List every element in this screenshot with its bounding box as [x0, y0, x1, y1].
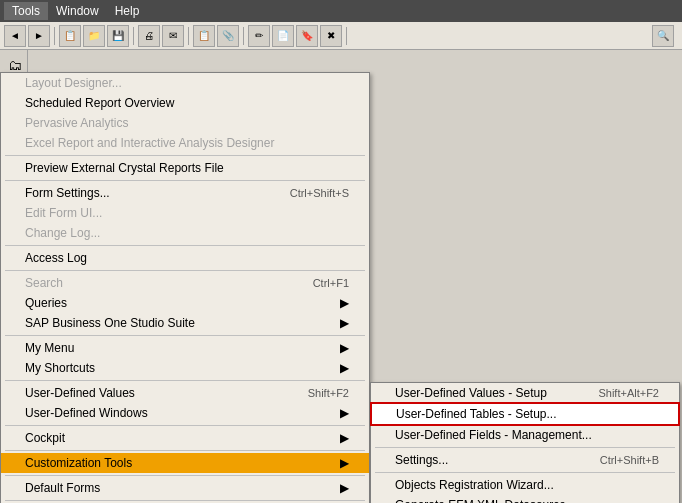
menu-item-pervasive[interactable]: Pervasive Analytics: [1, 113, 369, 133]
menu-item-label: Form Settings...: [25, 186, 110, 200]
menu-item-objects-wizard[interactable]: Objects Registration Wizard...: [371, 475, 679, 495]
menu-item-shortcut: Ctrl+Shift+B: [600, 454, 659, 466]
menu-item-udv-setup[interactable]: User-Defined Values - Setup Shift+Alt+F2: [371, 383, 679, 403]
menu-item-udw[interactable]: User-Defined Windows ▶: [1, 403, 369, 423]
toolbar-sep-3: [188, 27, 189, 45]
menu-item-edit-form-ui[interactable]: Edit Form UI...: [1, 203, 369, 223]
toolbar-btn-new[interactable]: 📋: [59, 25, 81, 47]
menu-item-search[interactable]: Search Ctrl+F1: [1, 273, 369, 293]
toolbar-btn-save[interactable]: 💾: [107, 25, 129, 47]
menu-item-label: Pervasive Analytics: [25, 116, 128, 130]
submenu-arrow: ▶: [340, 431, 349, 445]
submenu-arrow: ▶: [340, 316, 349, 330]
cust-sep-2: [375, 472, 675, 473]
submenu-arrow: ▶: [340, 456, 349, 470]
menu-tools[interactable]: Tools: [4, 2, 48, 20]
menu-item-shortcut: Shift+F2: [308, 387, 349, 399]
menu-item-label: Scheduled Report Overview: [25, 96, 174, 110]
menu-item-label: User-Defined Windows: [25, 406, 148, 420]
menu-item-label: Queries: [25, 296, 67, 310]
menu-item-label: My Menu: [25, 341, 74, 355]
menu-item-shortcut: Ctrl+F1: [313, 277, 349, 289]
menu-item-udt-setup[interactable]: User-Defined Tables - Setup...: [371, 403, 679, 425]
menu-help[interactable]: Help: [107, 2, 148, 20]
toolbar-btn-2[interactable]: ►: [28, 25, 50, 47]
menu-item-label: Change Log...: [25, 226, 100, 240]
submenu-arrow: ▶: [340, 296, 349, 310]
menu-sep-8: [5, 450, 365, 451]
menu-sep-2: [5, 180, 365, 181]
menu-sep-5: [5, 335, 365, 336]
toolbar-right: 🔍: [652, 25, 678, 47]
menu-sep-10: [5, 500, 365, 501]
menu-item-label: Objects Registration Wizard...: [395, 478, 554, 492]
menu-item-label: Settings...: [395, 453, 448, 467]
menu-item-scheduled-report[interactable]: Scheduled Report Overview: [1, 93, 369, 113]
submenu-arrow: ▶: [340, 481, 349, 495]
menu-item-shortcut: Ctrl+Shift+S: [290, 187, 349, 199]
menu-sep-9: [5, 475, 365, 476]
menu-item-udf-management[interactable]: User-Defined Fields - Management...: [371, 425, 679, 445]
menu-item-efm-xml[interactable]: Generate EFM XML Datasource: [371, 495, 679, 503]
cust-sep-1: [375, 447, 675, 448]
menu-sep-4: [5, 270, 365, 271]
tools-menu[interactable]: Layout Designer... Scheduled Report Over…: [0, 72, 370, 503]
menu-item-label: Edit Form UI...: [25, 206, 102, 220]
toolbar-btn-edit[interactable]: ✏: [248, 25, 270, 47]
menu-item-label: User-Defined Fields - Management...: [395, 428, 592, 442]
toolbar-sep-4: [243, 27, 244, 45]
dropdown-overlay: Layout Designer... Scheduled Report Over…: [0, 50, 682, 503]
toolbar-btn-1[interactable]: ◄: [4, 25, 26, 47]
menu-sep-3: [5, 245, 365, 246]
menu-item-label: Search: [25, 276, 63, 290]
menu-item-customization-tools[interactable]: Customization Tools ▶: [1, 453, 369, 473]
submenu-arrow: ▶: [340, 361, 349, 375]
menu-item-label: Excel Report and Interactive Analysis De…: [25, 136, 274, 150]
menu-sep-7: [5, 425, 365, 426]
menu-item-label: My Shortcuts: [25, 361, 95, 375]
menu-item-form-settings[interactable]: Form Settings... Ctrl+Shift+S: [1, 183, 369, 203]
menu-item-label: Cockpit: [25, 431, 65, 445]
menu-item-cockpit[interactable]: Cockpit ▶: [1, 428, 369, 448]
menu-item-layout-designer[interactable]: Layout Designer...: [1, 73, 369, 93]
menu-sep-6: [5, 380, 365, 381]
menu-item-access-log[interactable]: Access Log: [1, 248, 369, 268]
toolbar-btn-search[interactable]: 🔍: [652, 25, 674, 47]
toolbar-btn-copy[interactable]: 📋: [193, 25, 215, 47]
customization-submenu[interactable]: User-Defined Values - Setup Shift+Alt+F2…: [370, 382, 680, 503]
menu-item-label: User-Defined Tables - Setup...: [396, 407, 557, 421]
menu-item-excel-report[interactable]: Excel Report and Interactive Analysis De…: [1, 133, 369, 153]
submenu-arrow: ▶: [340, 341, 349, 355]
toolbar-btn-paste[interactable]: 📎: [217, 25, 239, 47]
menu-window[interactable]: Window: [48, 2, 107, 20]
toolbar-btn-print[interactable]: 🖨: [138, 25, 160, 47]
menu-item-label: Default Forms: [25, 481, 100, 495]
menu-item-udv[interactable]: User-Defined Values Shift+F2: [1, 383, 369, 403]
main-area: STEM www.sterling-team.com 🗂 📊 📁 Shortcu…: [0, 50, 682, 503]
toolbar-btn-doc[interactable]: 📄: [272, 25, 294, 47]
menu-item-change-log[interactable]: Change Log...: [1, 223, 369, 243]
toolbar-btn-cancel[interactable]: ✖: [320, 25, 342, 47]
toolbar-btn-bookmark[interactable]: 🔖: [296, 25, 318, 47]
menu-item-settings[interactable]: Settings... Ctrl+Shift+B: [371, 450, 679, 470]
menu-item-preview-crystal[interactable]: Preview External Crystal Reports File: [1, 158, 369, 178]
toolbar-sep-2: [133, 27, 134, 45]
toolbar: ◄ ► 📋 📁 💾 🖨 ✉ 📋 📎 ✏ 📄 🔖 ✖ 🔍: [0, 22, 682, 50]
menubar: Tools Window Help: [0, 0, 682, 22]
toolbar-sep-5: [346, 27, 347, 45]
menu-item-label: SAP Business One Studio Suite: [25, 316, 195, 330]
menu-item-label: Customization Tools: [25, 456, 132, 470]
menu-item-label: User-Defined Values: [25, 386, 135, 400]
menu-item-queries[interactable]: Queries ▶: [1, 293, 369, 313]
menu-item-label: Preview External Crystal Reports File: [25, 161, 224, 175]
menu-item-my-shortcuts[interactable]: My Shortcuts ▶: [1, 358, 369, 378]
menu-item-sap-studio[interactable]: SAP Business One Studio Suite ▶: [1, 313, 369, 333]
menu-item-my-menu[interactable]: My Menu ▶: [1, 338, 369, 358]
menu-item-label: Generate EFM XML Datasource: [395, 498, 566, 503]
menu-item-label: User-Defined Values - Setup: [395, 386, 547, 400]
toolbar-btn-email[interactable]: ✉: [162, 25, 184, 47]
menu-sep-1: [5, 155, 365, 156]
toolbar-btn-open[interactable]: 📁: [83, 25, 105, 47]
submenu-arrow: ▶: [340, 406, 349, 420]
menu-item-default-forms[interactable]: Default Forms ▶: [1, 478, 369, 498]
